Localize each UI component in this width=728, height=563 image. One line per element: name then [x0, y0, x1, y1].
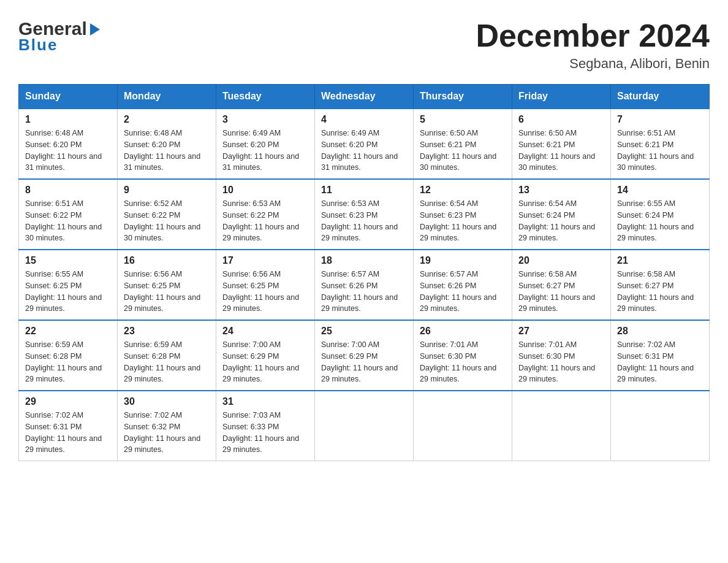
day-number: 11	[321, 185, 407, 196]
day-number: 7	[617, 114, 703, 125]
day-number: 8	[25, 185, 111, 196]
calendar-day-cell: 4 Sunrise: 6:49 AMSunset: 6:20 PMDayligh…	[315, 109, 414, 179]
day-info: Sunrise: 6:49 AMSunset: 6:20 PMDaylight:…	[222, 129, 299, 172]
calendar-day-cell	[315, 391, 414, 461]
title-area: December 2024 Segbana, Alibori, Benin	[476, 18, 710, 72]
calendar-day-cell: 26 Sunrise: 7:01 AMSunset: 6:30 PMDaylig…	[414, 320, 512, 391]
day-number: 4	[321, 114, 407, 125]
calendar-day-cell: 1 Sunrise: 6:48 AMSunset: 6:20 PMDayligh…	[19, 109, 118, 179]
day-number: 13	[518, 185, 604, 196]
day-info: Sunrise: 7:02 AMSunset: 6:31 PMDaylight:…	[25, 411, 102, 454]
calendar-day-cell: 14 Sunrise: 6:55 AMSunset: 6:24 PMDaylig…	[611, 179, 710, 250]
day-number: 9	[124, 185, 210, 196]
day-info: Sunrise: 7:01 AMSunset: 6:30 PMDaylight:…	[518, 340, 595, 383]
day-info: Sunrise: 6:54 AMSunset: 6:24 PMDaylight:…	[518, 199, 595, 242]
calendar-day-cell	[611, 391, 710, 461]
day-info: Sunrise: 7:00 AMSunset: 6:29 PMDaylight:…	[321, 340, 398, 383]
day-info: Sunrise: 6:53 AMSunset: 6:23 PMDaylight:…	[321, 199, 398, 242]
day-number: 6	[518, 114, 604, 125]
calendar-day-cell: 29 Sunrise: 7:02 AMSunset: 6:31 PMDaylig…	[19, 391, 118, 461]
calendar-day-cell: 5 Sunrise: 6:50 AMSunset: 6:21 PMDayligh…	[414, 109, 512, 179]
day-number: 29	[25, 396, 111, 407]
day-info: Sunrise: 6:57 AMSunset: 6:26 PMDaylight:…	[420, 270, 496, 313]
day-info: Sunrise: 6:52 AMSunset: 6:22 PMDaylight:…	[124, 199, 200, 242]
day-number: 22	[25, 326, 111, 337]
calendar-day-cell: 6 Sunrise: 6:50 AMSunset: 6:21 PMDayligh…	[512, 109, 611, 179]
location-subtitle: Segbana, Alibori, Benin	[476, 56, 710, 72]
calendar-week-row: 1 Sunrise: 6:48 AMSunset: 6:20 PMDayligh…	[19, 109, 710, 179]
day-info: Sunrise: 6:51 AMSunset: 6:22 PMDaylight:…	[25, 199, 102, 242]
calendar-day-cell: 13 Sunrise: 6:54 AMSunset: 6:24 PMDaylig…	[512, 179, 611, 250]
calendar-day-cell: 25 Sunrise: 7:00 AMSunset: 6:29 PMDaylig…	[315, 320, 414, 391]
calendar-day-cell: 20 Sunrise: 6:58 AMSunset: 6:27 PMDaylig…	[512, 250, 611, 320]
calendar-day-cell: 17 Sunrise: 6:56 AMSunset: 6:25 PMDaylig…	[216, 250, 315, 320]
day-info: Sunrise: 6:56 AMSunset: 6:25 PMDaylight:…	[222, 270, 299, 313]
day-info: Sunrise: 6:49 AMSunset: 6:20 PMDaylight:…	[321, 129, 398, 172]
page-header: General Blue December 2024 Segbana, Alib…	[18, 18, 710, 72]
day-info: Sunrise: 6:55 AMSunset: 6:24 PMDaylight:…	[617, 199, 694, 242]
col-friday: Friday	[512, 85, 611, 109]
day-number: 16	[124, 255, 210, 266]
day-number: 31	[222, 396, 308, 407]
calendar-day-cell: 15 Sunrise: 6:55 AMSunset: 6:25 PMDaylig…	[19, 250, 118, 320]
calendar-day-cell: 27 Sunrise: 7:01 AMSunset: 6:30 PMDaylig…	[512, 320, 611, 391]
logo-area: General Blue	[18, 18, 100, 55]
day-number: 23	[124, 326, 210, 337]
day-info: Sunrise: 6:58 AMSunset: 6:27 PMDaylight:…	[518, 270, 595, 313]
day-number: 12	[420, 185, 506, 196]
day-info: Sunrise: 6:48 AMSunset: 6:20 PMDaylight:…	[25, 129, 102, 172]
day-info: Sunrise: 6:50 AMSunset: 6:21 PMDaylight:…	[518, 129, 595, 172]
day-number: 10	[222, 185, 308, 196]
day-number: 15	[25, 255, 111, 266]
day-info: Sunrise: 6:53 AMSunset: 6:22 PMDaylight:…	[222, 199, 299, 242]
calendar-day-cell: 19 Sunrise: 6:57 AMSunset: 6:26 PMDaylig…	[414, 250, 512, 320]
day-info: Sunrise: 6:58 AMSunset: 6:27 PMDaylight:…	[617, 270, 694, 313]
calendar-day-cell: 10 Sunrise: 6:53 AMSunset: 6:22 PMDaylig…	[216, 179, 315, 250]
day-info: Sunrise: 6:59 AMSunset: 6:28 PMDaylight:…	[124, 340, 200, 383]
calendar-week-row: 8 Sunrise: 6:51 AMSunset: 6:22 PMDayligh…	[19, 179, 710, 250]
day-info: Sunrise: 6:57 AMSunset: 6:26 PMDaylight:…	[321, 270, 398, 313]
col-tuesday: Tuesday	[216, 85, 315, 109]
calendar-day-cell: 28 Sunrise: 7:02 AMSunset: 6:31 PMDaylig…	[611, 320, 710, 391]
day-info: Sunrise: 6:59 AMSunset: 6:28 PMDaylight:…	[25, 340, 102, 383]
col-sunday: Sunday	[19, 85, 118, 109]
day-number: 2	[124, 114, 210, 125]
day-number: 3	[222, 114, 308, 125]
calendar-day-cell: 18 Sunrise: 6:57 AMSunset: 6:26 PMDaylig…	[315, 250, 414, 320]
day-info: Sunrise: 6:51 AMSunset: 6:21 PMDaylight:…	[617, 129, 694, 172]
calendar-day-cell: 16 Sunrise: 6:56 AMSunset: 6:25 PMDaylig…	[118, 250, 216, 320]
calendar-day-cell: 3 Sunrise: 6:49 AMSunset: 6:20 PMDayligh…	[216, 109, 315, 179]
day-info: Sunrise: 6:55 AMSunset: 6:25 PMDaylight:…	[25, 270, 102, 313]
day-info: Sunrise: 6:54 AMSunset: 6:23 PMDaylight:…	[420, 199, 496, 242]
day-number: 24	[222, 326, 308, 337]
day-number: 5	[420, 114, 506, 125]
logo-arrow-icon	[90, 23, 100, 36]
calendar-day-cell: 2 Sunrise: 6:48 AMSunset: 6:20 PMDayligh…	[118, 109, 216, 179]
day-number: 1	[25, 114, 111, 125]
day-info: Sunrise: 6:56 AMSunset: 6:25 PMDaylight:…	[124, 270, 200, 313]
calendar-day-cell: 24 Sunrise: 7:00 AMSunset: 6:29 PMDaylig…	[216, 320, 315, 391]
day-number: 19	[420, 255, 506, 266]
col-saturday: Saturday	[611, 85, 710, 109]
day-number: 30	[124, 396, 210, 407]
calendar-day-cell: 30 Sunrise: 7:02 AMSunset: 6:32 PMDaylig…	[118, 391, 216, 461]
day-number: 26	[420, 326, 506, 337]
day-info: Sunrise: 7:02 AMSunset: 6:32 PMDaylight:…	[124, 411, 200, 454]
calendar-week-row: 29 Sunrise: 7:02 AMSunset: 6:31 PMDaylig…	[19, 391, 710, 461]
day-number: 25	[321, 326, 407, 337]
day-info: Sunrise: 7:02 AMSunset: 6:31 PMDaylight:…	[617, 340, 694, 383]
calendar-day-cell: 12 Sunrise: 6:54 AMSunset: 6:23 PMDaylig…	[414, 179, 512, 250]
calendar-day-cell: 8 Sunrise: 6:51 AMSunset: 6:22 PMDayligh…	[19, 179, 118, 250]
day-number: 14	[617, 185, 703, 196]
calendar-week-row: 22 Sunrise: 6:59 AMSunset: 6:28 PMDaylig…	[19, 320, 710, 391]
day-number: 21	[617, 255, 703, 266]
day-number: 27	[518, 326, 604, 337]
day-number: 17	[222, 255, 308, 266]
day-info: Sunrise: 6:48 AMSunset: 6:20 PMDaylight:…	[124, 129, 200, 172]
col-monday: Monday	[118, 85, 216, 109]
logo-blue-text: Blue	[18, 36, 100, 55]
calendar-day-cell: 31 Sunrise: 7:03 AMSunset: 6:33 PMDaylig…	[216, 391, 315, 461]
calendar-day-cell	[512, 391, 611, 461]
calendar-day-cell: 21 Sunrise: 6:58 AMSunset: 6:27 PMDaylig…	[611, 250, 710, 320]
day-number: 18	[321, 255, 407, 266]
